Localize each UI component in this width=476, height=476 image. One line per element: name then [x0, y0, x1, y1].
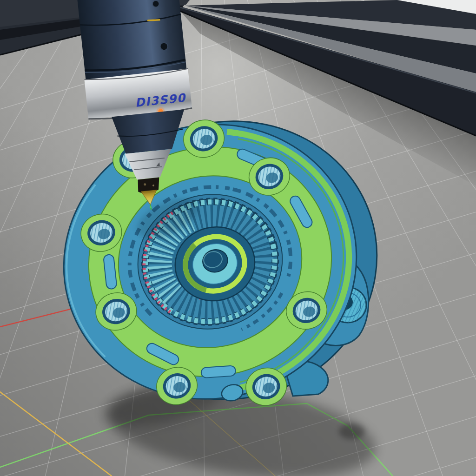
probe-screw — [152, 0, 159, 7]
scene-canvas[interactable]: DI3S90 — [0, 0, 476, 476]
probe-screw — [160, 42, 168, 51]
viewport-3d[interactable]: DI3S90 — [0, 0, 476, 476]
